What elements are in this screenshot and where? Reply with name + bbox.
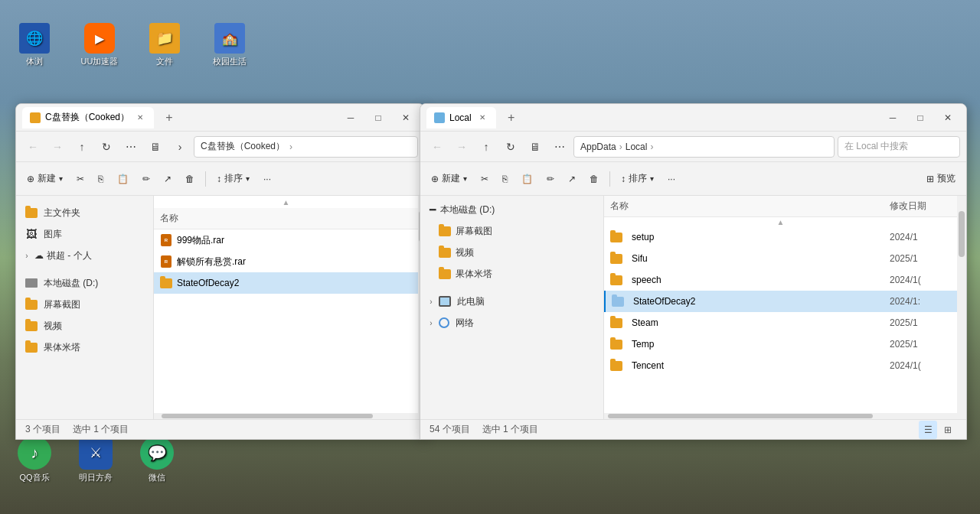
tab-local-close[interactable]: ✕ [476,112,488,124]
file-steam[interactable]: Steam 2025/1 [604,312,957,333]
h-scrollbar-cooked[interactable] [154,413,418,419]
expand-arrow-cooked: › [22,251,31,260]
rename-btn-cooked[interactable]: ✏ [136,167,156,191]
sidebar-cloud-cooked[interactable]: › ☁ 祺超 - 个人 [16,245,153,266]
sidebar-screenshot-cooked[interactable]: 屏幕截图 [16,294,153,315]
cut-btn-cooked[interactable]: ✂ [70,167,90,191]
desktop-icon-uu[interactable]: ▶ UU加速器 [73,23,126,67]
desktop-icon-school[interactable]: 🏫 校园生活 [203,23,256,67]
address-expand-cooked[interactable]: ⋯ [120,136,142,158]
share-icon-cooked: ↗ [164,174,172,184]
guoti-icon-cooked [25,341,38,353]
tab-add-cooked[interactable]: + [160,109,178,127]
tab-local[interactable]: Local ✕ [426,107,496,128]
more-nav-local[interactable]: ⋯ [549,136,570,158]
paste-btn-cooked[interactable]: 📋 [111,167,135,191]
minimize-btn-local[interactable]: ─ [880,107,905,128]
chevron-cooked[interactable]: › [169,136,191,158]
new-btn-local[interactable]: ⊕ 新建 ▾ [425,167,473,191]
file-sifu[interactable]: Sifu 2025/1 [604,248,957,269]
vscroll-thumb-local[interactable] [959,211,965,257]
taskbar-qqmusic[interactable]: ♪ QQ音乐 [11,436,57,483]
more-btn-local[interactable]: ··· [662,167,681,191]
toolbar-local: ⊕ 新建 ▾ ✂ ⎘ 📋 ✏ ↗ 🗑 ↕ [420,162,966,196]
new-btn-cooked[interactable]: ⊕ 新建 ▾ [21,167,69,191]
desktop-icon-browse[interactable]: 🌐 体浏 [8,23,61,67]
sort-dropdown-icon: ▾ [246,174,250,183]
paste-btn-local[interactable]: 📋 [515,167,539,191]
sidebar-gallery-cooked[interactable]: 🖼 图库 [16,223,153,245]
maximize-btn-local[interactable]: □ [908,107,933,128]
file-item-sod2[interactable]: StateOfDecay2 [154,272,418,294]
file-item-999[interactable]: R 999物品.rar [154,229,418,251]
scroll-up-local[interactable]: ▲ [604,217,957,226]
tab-cooked-icon [30,112,41,123]
nav-computer-local[interactable]: › 此电脑 [420,291,603,312]
content-local: ━ 本地磁盘 (D:) 屏幕截图 视频 果体米塔 › [420,196,966,419]
nav-disk-local[interactable]: ━ 本地磁盘 (D:) [420,199,603,220]
cut-icon-cooked: ✂ [77,174,84,184]
vscroll-local[interactable] [957,196,966,419]
close-btn-cooked[interactable]: ✕ [394,107,418,128]
copy-btn-cooked[interactable]: ⎘ [92,167,109,191]
taskbar-wechat[interactable]: 💬 微信 [134,436,180,483]
new-dropdown-local: ▾ [463,174,467,183]
copy-btn-local[interactable]: ⎘ [496,167,514,191]
close-btn-local[interactable]: ✕ [936,107,960,128]
display-btn-local[interactable]: 🖥 [524,136,546,158]
file-temp[interactable]: Temp 2025/1 [604,333,957,355]
tab-cooked[interactable]: C盘替换（Cooked） ✕ [22,107,154,128]
taskbar-tomorrow[interactable]: ⚔ 明日方舟 [73,436,119,483]
address-bar-cooked[interactable]: C盘替换（Cooked） › [194,136,418,158]
sidebar-home-cooked[interactable]: 主文件夹 [16,202,153,223]
file-tencent[interactable]: Tencent 2024/1( [604,355,957,376]
h-scrollbar-local[interactable] [604,413,957,419]
nav-screenshot-local[interactable]: 屏幕截图 [420,220,603,242]
desktop-icon-files[interactable]: 📁 文件 [138,23,191,67]
sort-btn-local[interactable]: ↕ 排序 ▾ [615,167,660,191]
delete-btn-local[interactable]: 🗑 [583,167,605,191]
sidebar-video-cooked[interactable]: 视频 [16,315,153,337]
address-bar-local[interactable]: AppData › Local › [573,136,835,158]
refresh-btn-cooked[interactable]: ↻ [96,136,117,158]
more-btn-cooked[interactable]: ··· [257,167,277,191]
display-btn-cooked[interactable]: 🖥 [145,136,166,158]
nav-computer-label: 此电脑 [457,295,485,308]
refresh-btn-local[interactable]: ↻ [500,136,521,158]
tab-local-label: Local [449,112,472,123]
grid-view-btn[interactable]: ⊞ [939,421,957,439]
h-scrollbar-thumb-local[interactable] [608,414,873,418]
minimize-btn-cooked[interactable]: ─ [338,107,363,128]
search-box-local[interactable]: 在 Local 中搜索 [838,136,960,158]
tab-add-local[interactable]: + [502,109,521,127]
list-view-btn[interactable]: ☰ [919,421,937,439]
share-btn-local[interactable]: ↗ [562,167,582,191]
sort-btn-cooked[interactable]: ↕ 排序 ▾ [211,167,256,191]
file-item-unlock[interactable]: R 解锁所有悬赏.rar [154,251,418,272]
share-btn-cooked[interactable]: ↗ [158,167,178,191]
up-btn-local[interactable]: ↑ [475,136,497,158]
tab-cooked-close[interactable]: ✕ [134,112,146,124]
folder-icon-sod2 [160,277,172,289]
file-setup[interactable]: setup 2024/1 [604,226,957,248]
delete-btn-cooked[interactable]: 🗑 [179,167,201,191]
nav-video-local[interactable]: 视频 [420,242,603,263]
preview-icon-local: ⊞ [926,174,934,184]
sidebar-guoti-cooked[interactable]: 果体米塔 [16,337,153,358]
maximize-btn-cooked[interactable]: □ [366,107,390,128]
nav-network-local[interactable]: › 网络 [420,312,603,333]
h-scrollbar-thumb-cooked[interactable] [162,414,373,418]
up-btn-cooked[interactable]: ↑ [71,136,93,158]
file-speech[interactable]: speech 2024/1( [604,269,957,291]
file-sod2-local[interactable]: StateOfDecay2 2024/1: [604,291,957,312]
cloud-icon-cooked: ☁ [34,250,44,261]
status-total-local: 54 个项目 [430,423,470,436]
sidebar-disk-label: 本地磁盘 (D:) [44,277,98,290]
rename-btn-local[interactable]: ✏ [541,167,560,191]
cut-btn-local[interactable]: ✂ [475,167,495,191]
sidebar-disk-cooked[interactable]: 本地磁盘 (D:) [16,272,153,294]
preview-btn-local[interactable]: ⊞ 预览 [920,167,962,191]
local-part: Local [626,142,648,152]
scroll-up-cooked[interactable]: ▲ [154,196,418,208]
nav-guoti-local[interactable]: 果体米塔 [420,263,603,285]
